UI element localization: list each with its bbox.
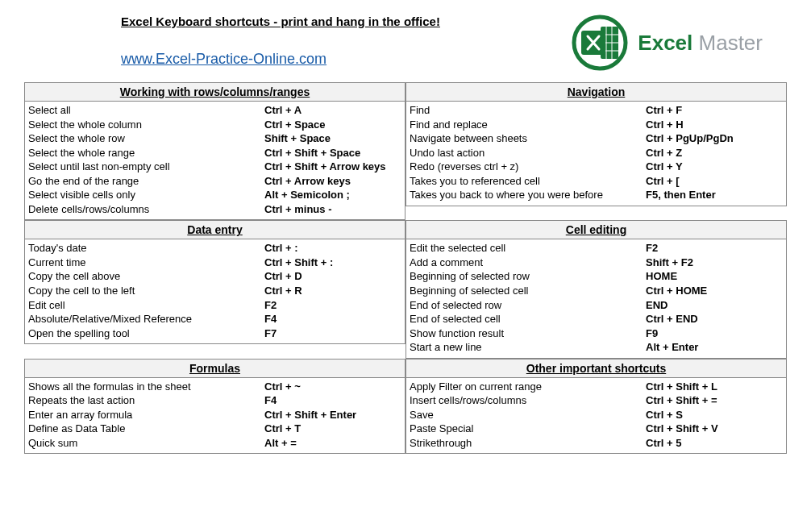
shortcut-key: Ctrl + A	[264, 103, 406, 118]
shortcut-row: Select allCtrl + A	[28, 103, 401, 118]
shortcut-desc: Define as Data Table	[28, 422, 264, 436]
shortcut-row: Select until last non-empty cellCtrl + S…	[28, 160, 401, 174]
header-left: Excel Keyboard shortcuts - print and han…	[24, 15, 572, 68]
shortcut-row: Edit cellF2	[28, 298, 401, 313]
site-link[interactable]: www.Excel-Practice-Online.com	[121, 51, 326, 67]
shortcut-desc: Beginning of selected row	[410, 269, 646, 284]
shortcut-row: SaveCtrl + S	[410, 408, 783, 422]
shortcut-row: Beginning of selected rowHOME	[410, 269, 783, 284]
shortcut-key: F4	[264, 393, 406, 408]
shortcut-key: Ctrl + 5	[646, 436, 788, 451]
shortcut-key: END	[646, 298, 788, 313]
shortcut-key: F5, then Enter	[646, 188, 788, 202]
shortcut-row: StrikethroughCtrl + 5	[410, 436, 783, 451]
shortcut-desc: Open the spelling tool	[28, 326, 264, 341]
shortcut-key: F2	[264, 298, 406, 313]
shortcut-desc: Edit cell	[28, 298, 264, 313]
shortcut-desc: Select visible cells only	[28, 188, 264, 202]
shortcut-row: Show function resultF9	[410, 326, 783, 341]
shortcut-desc: Beginning of selected cell	[410, 284, 646, 298]
shortcut-desc: Quick sum	[28, 436, 264, 451]
shortcut-key: Ctrl + Z	[646, 146, 788, 160]
shortcut-row: Insert cells/rows/columnsCtrl + Shift + …	[410, 393, 783, 408]
shortcut-row: Enter an array formulaCtrl + Shift + Ent…	[28, 408, 401, 422]
shortcut-key: F9	[646, 326, 788, 341]
shortcut-key: F2	[646, 241, 788, 256]
section-body-data-entry: Today's dateCtrl + :Current timeCtrl + S…	[24, 239, 406, 344]
shortcut-row: Copy the cell aboveCtrl + D	[28, 269, 401, 284]
shortcut-row: Select the whole rowShift + Space	[28, 131, 401, 146]
shortcut-row: Delete cells/rows/columnsCtrl + minus -	[28, 202, 401, 217]
section-body-other: Apply Filter on current rangeCtrl + Shif…	[406, 378, 787, 455]
shortcut-key: Shift + Space	[264, 131, 406, 146]
shortcut-key: HOME	[646, 269, 788, 284]
shortcut-desc: Apply Filter on current range	[410, 380, 646, 394]
shortcut-row: Navigate between sheetsCtrl + PgUp/PgDn	[410, 131, 783, 146]
shortcut-desc: Insert cells/rows/columns	[410, 393, 646, 408]
shortcut-row: Absolute/Relative/Mixed ReferenceF4	[28, 312, 401, 326]
shortcut-key: Ctrl + Space	[264, 118, 406, 132]
section-header-other: Other important shortcuts	[406, 359, 787, 378]
shortcut-desc: Start a new line	[410, 340, 646, 355]
shortcut-key: Ctrl + F	[646, 103, 788, 118]
shortcut-key: Ctrl + H	[646, 118, 788, 132]
header: Excel Keyboard shortcuts - print and han…	[24, 15, 787, 71]
shortcut-row: FindCtrl + F	[410, 103, 783, 118]
excel-logo-icon	[572, 15, 628, 71]
shortcut-desc: Delete cells/rows/columns	[28, 202, 264, 217]
shortcut-key: Ctrl + D	[264, 269, 406, 284]
shortcut-key: Ctrl + Shift + =	[646, 393, 788, 408]
shortcut-row: Shows all the formulas in the sheetCtrl …	[28, 380, 401, 394]
shortcut-desc: Strikethrough	[410, 436, 646, 451]
shortcut-desc: Select the whole range	[28, 146, 264, 160]
section-header-data-entry: Data entry	[24, 220, 406, 239]
shortcut-key: Ctrl + PgUp/PgDn	[646, 131, 788, 146]
shortcut-desc: Takes you to referenced cell	[410, 174, 646, 189]
shortcut-desc: Edit the selected cell	[410, 241, 646, 256]
shortcut-key: Ctrl + END	[646, 312, 788, 326]
shortcut-desc: Paste Special	[410, 422, 646, 436]
shortcut-row: Takes you back to where you were beforeF…	[410, 188, 783, 202]
shortcut-row: Apply Filter on current rangeCtrl + Shif…	[410, 380, 783, 394]
page-title: Excel Keyboard shortcuts - print and han…	[121, 15, 572, 28]
shortcut-desc: Select the whole row	[28, 131, 264, 146]
shortcut-desc: Enter an array formula	[28, 408, 264, 422]
shortcut-desc: Today's date	[28, 241, 264, 256]
shortcut-row: Find and replaceCtrl + H	[410, 118, 783, 132]
shortcut-row: End of selected cellCtrl + END	[410, 312, 783, 326]
shortcut-desc: Go the end of the range	[28, 174, 264, 189]
shortcut-desc: Takes you back to where you were before	[410, 188, 646, 202]
shortcut-key: Ctrl + Shift + Arrow keys	[264, 160, 406, 174]
shortcut-desc: Find and replace	[410, 118, 646, 132]
section-header-rows-cols: Working with rows/columns/ranges	[24, 82, 406, 102]
shortcut-key: Alt + Enter	[646, 340, 788, 355]
shortcut-key: Ctrl + [	[646, 174, 788, 189]
shortcut-desc: Absolute/Relative/Mixed Reference	[28, 312, 264, 326]
shortcut-row: Select the whole rangeCtrl + Shift + Spa…	[28, 146, 401, 160]
shortcut-key: Ctrl + Shift + Enter	[264, 408, 406, 422]
shortcut-row: Quick sumAlt + =	[28, 436, 401, 451]
logo: Excel Master	[572, 15, 787, 71]
section-body-navigation: FindCtrl + FFind and replaceCtrl + HNavi…	[406, 102, 787, 206]
shortcut-desc: Find	[410, 103, 646, 118]
shortcut-key: Ctrl + S	[646, 408, 788, 422]
shortcut-desc: Undo last action	[410, 146, 646, 160]
page: Excel Keyboard shortcuts - print and han…	[0, 0, 811, 470]
shortcut-row: Current timeCtrl + Shift + :	[28, 256, 401, 270]
shortcut-desc: Select the whole column	[28, 118, 264, 132]
shortcut-key: Ctrl + Arrow keys	[264, 174, 406, 189]
shortcut-desc: Add a comment	[410, 256, 646, 270]
shortcut-key: Shift + F2	[646, 256, 788, 270]
shortcut-desc: Copy the cell to the left	[28, 284, 264, 298]
shortcut-key: Alt + Semicolon ;	[264, 188, 406, 202]
shortcut-desc: Shows all the formulas in the sheet	[28, 380, 264, 394]
shortcut-key: Ctrl + HOME	[646, 284, 788, 298]
shortcut-row: Select visible cells onlyAlt + Semicolon…	[28, 188, 401, 202]
shortcut-row: End of selected rowEND	[410, 298, 783, 313]
shortcut-desc: Navigate between sheets	[410, 131, 646, 146]
section-header-cell-editing: Cell editing	[406, 220, 787, 239]
shortcut-desc: Copy the cell above	[28, 269, 264, 284]
shortcut-row: Takes you to referenced cellCtrl + [	[410, 174, 783, 189]
shortcut-key: Ctrl + Shift + V	[646, 422, 788, 436]
shortcut-desc: Show function result	[410, 326, 646, 341]
